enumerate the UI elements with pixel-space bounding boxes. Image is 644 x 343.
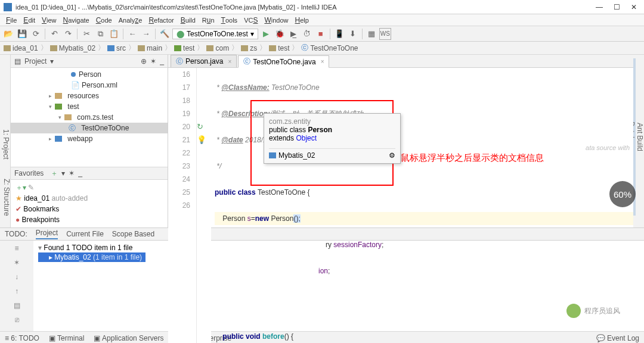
tool-structure[interactable]: Z: Structure bbox=[2, 179, 11, 216]
menu-view[interactable]: View bbox=[39, 15, 59, 25]
main-toolbar: 📂 💾 ⟳ ↶ ↷ ✂ ⧉ 📋 ← → 🔨 ⬤TestOneToOne.test… bbox=[0, 26, 644, 42]
crumb-idea01[interactable]: idea_01 bbox=[4, 44, 38, 52]
window-title: idea_01 [D:\idea_01] - ...\Mybatis_02\sr… bbox=[16, 4, 596, 11]
nav-breadcrumb: idea_01〉 Mybatis_02〉 src〉 main〉 test〉 co… bbox=[0, 42, 644, 55]
tree-webapp[interactable]: ▸ webapp bbox=[11, 133, 168, 144]
inlay-hint: ata source with bbox=[586, 144, 630, 151]
tree-resources[interactable]: ▸ resources bbox=[11, 91, 168, 101]
project-panel-header: ▤Project▾ ⊕ ✶ ⎯ bbox=[11, 55, 168, 68]
hide-icon[interactable]: ⎯ bbox=[160, 57, 164, 66]
fav-add-icon[interactable]: ＋ bbox=[51, 169, 58, 179]
todo-tab-scope[interactable]: Scope Based bbox=[112, 230, 154, 238]
minimize-button[interactable]: — bbox=[596, 3, 603, 11]
todo-toolbar: ≡ ✶ ↓ ↑ ▤ ⎚ bbox=[0, 241, 33, 331]
stop-button[interactable]: ■ bbox=[315, 28, 327, 40]
title-bar: idea_01 [D:\idea_01] - ...\Mybatis_02\sr… bbox=[0, 0, 644, 14]
menu-run[interactable]: Run bbox=[200, 15, 217, 25]
bottom-appservers[interactable]: ▣ Application Servers bbox=[94, 334, 163, 342]
project-panel-title: Project bbox=[24, 57, 47, 66]
menu-edit[interactable]: Edit bbox=[21, 15, 38, 25]
expand-icon[interactable]: ≡ bbox=[11, 243, 22, 254]
copy-icon[interactable]: ⧉ bbox=[94, 28, 106, 40]
save-icon[interactable]: 💾 bbox=[16, 28, 28, 40]
menu-vcs[interactable]: VCS bbox=[242, 15, 260, 25]
crumb-test[interactable]: test bbox=[174, 44, 194, 52]
coverage-button[interactable]: ▶̲ bbox=[287, 28, 299, 40]
fav-settings-icon[interactable]: ✶ bbox=[69, 169, 75, 177]
maximize-button[interactable]: ☐ bbox=[614, 3, 620, 11]
watermark: 程序员追风 bbox=[566, 304, 620, 318]
run-gutter-icon[interactable]: ↻ bbox=[197, 120, 211, 133]
cut-icon[interactable]: ✂ bbox=[80, 28, 92, 40]
flat-icon[interactable]: ↑ bbox=[11, 286, 22, 297]
gear-icon[interactable]: ⚙ bbox=[389, 151, 395, 160]
redo-icon[interactable]: ↷ bbox=[62, 28, 74, 40]
forward-icon[interactable]: → bbox=[140, 28, 152, 40]
back-icon[interactable]: ← bbox=[126, 28, 138, 40]
todo-tab-todo[interactable]: TODO: bbox=[5, 230, 27, 238]
tree-person[interactable]: Person bbox=[11, 69, 168, 80]
close-icon[interactable]: × bbox=[321, 58, 324, 65]
crumb-tst[interactable]: test bbox=[269, 44, 289, 52]
tab-person[interactable]: ⓒPerson.java× bbox=[171, 55, 237, 67]
undo-icon[interactable]: ↶ bbox=[48, 28, 60, 40]
collapse-icon[interactable]: ⊕ bbox=[141, 57, 147, 66]
quick-doc-popup: com.zs.entity public class Person extend… bbox=[264, 113, 401, 164]
menu-help[interactable]: Help bbox=[293, 15, 311, 25]
fav-idea01[interactable]: ★ idea_01 auto-added bbox=[16, 193, 163, 204]
bottom-todo[interactable]: ≡ 6: TODO bbox=[5, 334, 39, 342]
run-config-select[interactable]: ⬤TestOneToOne.test▾ bbox=[172, 29, 258, 39]
bottom-terminal[interactable]: ▣ Terminal bbox=[49, 334, 84, 342]
fav-hide-icon[interactable]: ⎯ bbox=[78, 169, 82, 177]
build-icon[interactable]: 🔨 bbox=[159, 28, 171, 40]
todo-tab-current[interactable]: Current File bbox=[66, 230, 104, 238]
tool-project[interactable]: 1: Project bbox=[2, 129, 10, 160]
menu-navigate[interactable]: Navigate bbox=[61, 15, 92, 25]
close-button[interactable]: ✕ bbox=[631, 3, 637, 11]
crumb-mybatis[interactable]: Mybatis_02 bbox=[50, 44, 95, 52]
tree-testonetoone[interactable]: ⓒ TestOneToOne bbox=[11, 123, 168, 133]
intention-bulb-icon[interactable]: 💡 bbox=[197, 133, 211, 146]
tree-pkg[interactable]: ▾ com.zs.test bbox=[11, 112, 168, 123]
menu-tools[interactable]: Tools bbox=[219, 15, 240, 25]
crumb-main[interactable]: main bbox=[138, 44, 162, 52]
tool-ant[interactable]: Ant Build bbox=[636, 58, 644, 216]
ws-icon[interactable]: WS bbox=[379, 28, 391, 40]
paste-icon[interactable]: 📋 bbox=[108, 28, 120, 40]
tab-testonetoone[interactable]: ⓒTestOneToOne.java× bbox=[238, 55, 329, 68]
filter-icon[interactable]: ⎚ bbox=[11, 314, 22, 325]
structure-icon[interactable]: ▦ bbox=[366, 28, 377, 40]
code-editor[interactable]: * @ClassName: TestOneToOne * @Descriptio… bbox=[211, 68, 633, 343]
avd-icon[interactable]: 📱 bbox=[333, 28, 345, 40]
annotation-text: 鼠标悬浮半秒之后显示类的文档信息 bbox=[401, 152, 544, 164]
menu-build[interactable]: Build bbox=[178, 15, 198, 25]
tree-test[interactable]: ▾ test bbox=[11, 101, 168, 112]
crumb-file[interactable]: ⓒTestOneToOne bbox=[301, 43, 358, 53]
fav-breakpoints[interactable]: ● Breakpoints bbox=[16, 214, 163, 225]
sdk-icon[interactable]: ⬇ bbox=[347, 28, 359, 40]
crumb-src[interactable]: src bbox=[107, 44, 126, 52]
run-button[interactable]: ▶ bbox=[260, 28, 272, 40]
menu-file[interactable]: File bbox=[4, 15, 19, 25]
menu-refactor[interactable]: Refactor bbox=[146, 15, 176, 25]
crumb-zs[interactable]: zs bbox=[241, 44, 257, 52]
menu-window[interactable]: Window bbox=[262, 15, 290, 25]
menu-bar: File Edit View Navigate Code Analyze Ref… bbox=[0, 14, 644, 26]
menu-analyze[interactable]: Analyze bbox=[116, 15, 145, 25]
collapse-icon[interactable]: ✶ bbox=[11, 257, 22, 268]
line-gutter: 16171819 20212223 242526 bbox=[168, 68, 197, 343]
close-icon[interactable]: × bbox=[228, 58, 231, 65]
profile-button[interactable]: ⏱ bbox=[301, 28, 313, 40]
crumb-com[interactable]: com bbox=[206, 44, 229, 52]
open-icon[interactable]: 📂 bbox=[2, 28, 14, 40]
fav-bookmarks[interactable]: ✔ Bookmarks bbox=[16, 204, 163, 214]
todo-tab-project[interactable]: Project bbox=[36, 229, 58, 239]
group-icon[interactable]: ▤ bbox=[11, 300, 22, 311]
tree-icon[interactable]: ↓ bbox=[11, 272, 22, 282]
favorites-header: Favorites ＋▾ ✶ ⎯ bbox=[11, 167, 168, 180]
refresh-icon[interactable]: ⟳ bbox=[30, 28, 42, 40]
settings-icon[interactable]: ✶ bbox=[150, 57, 156, 66]
debug-button[interactable]: 🐞 bbox=[274, 28, 286, 40]
menu-code[interactable]: Code bbox=[94, 15, 114, 25]
tree-person-xml[interactable]: 📄Person.xml bbox=[11, 80, 168, 91]
